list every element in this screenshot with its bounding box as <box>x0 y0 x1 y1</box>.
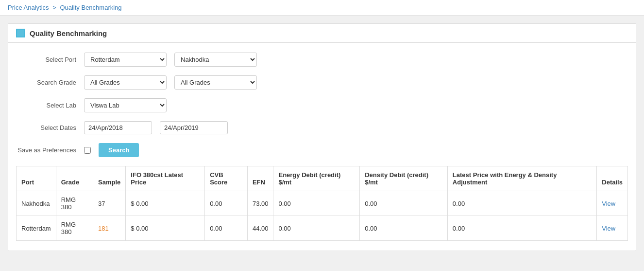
grade-label: Search Grade <box>16 79 84 86</box>
cell-adjusted-price: 0.00 <box>447 191 596 216</box>
col-density-debit: Density Debit (credit) $/mt <box>360 166 448 191</box>
table-row: Nakhodka RMG 380 37 $ 0.00 0.00 73.00 0.… <box>17 191 628 216</box>
dates-row: Select Dates <box>16 121 628 134</box>
cell-efn: 44.00 <box>247 216 273 241</box>
cell-adjusted-price: 0.00 <box>447 216 596 241</box>
lab-select[interactable]: Viswa Lab SGS Bureau Veritas <box>84 98 167 112</box>
breadcrumb-current: Quality Benchmarking <box>60 4 121 11</box>
col-grade: Grade <box>56 166 93 191</box>
cell-latest-price: $ 0.00 <box>126 191 205 216</box>
search-button[interactable]: Search <box>99 143 139 157</box>
col-details: Details <box>597 166 628 191</box>
card-header: Quality Benchmarking <box>8 24 636 43</box>
table-header-row: Port Grade Sample IFO 380cst Latest Pric… <box>17 166 628 191</box>
card-title: Quality Benchmarking <box>30 29 107 37</box>
col-adjusted-price: Latest Price with Energy & Density Adjus… <box>447 166 596 191</box>
preferences-label: Save as Preferences <box>16 146 84 154</box>
cell-latest-price: $ 0.00 <box>126 216 205 241</box>
col-latest-price: IFO 380cst Latest Price <box>126 166 205 191</box>
preferences-checkbox[interactable] <box>84 147 91 154</box>
cell-port: Rotterdam <box>17 216 56 241</box>
cell-cvb-score: 0.00 <box>205 191 248 216</box>
col-energy-debit: Energy Debit (credit) $/mt <box>273 166 360 191</box>
date-end-input[interactable] <box>160 121 228 134</box>
cell-grade: RMG 380 <box>56 191 93 216</box>
dates-controls <box>84 121 228 134</box>
date-start-input[interactable] <box>84 121 152 134</box>
cell-energy-debit: 0.00 <box>273 216 360 241</box>
cell-efn: 73.00 <box>247 191 273 216</box>
cell-sample: 37 <box>93 191 126 216</box>
grade-row: Search Grade All Grades RMG 380 RMG 500 … <box>16 75 628 90</box>
col-efn: EFN <box>247 166 273 191</box>
view-link[interactable]: View <box>602 200 615 207</box>
view-link[interactable]: View <box>602 225 615 232</box>
cell-energy-debit: 0.00 <box>273 191 360 216</box>
lab-row: Select Lab Viswa Lab SGS Bureau Veritas <box>16 98 628 112</box>
breadcrumb-parent[interactable]: Price Analytics <box>8 4 49 11</box>
grade1-select[interactable]: All Grades RMG 380 RMG 500 RMK 380 <box>84 75 167 90</box>
card-body: Select Port Rotterdam Nakhodka Singapore… <box>8 43 636 251</box>
results-table: Port Grade Sample IFO 380cst Latest Pric… <box>16 166 628 241</box>
port2-select[interactable]: Nakhodka Rotterdam Singapore Fujairah <box>174 53 257 67</box>
port-row: Select Port Rotterdam Nakhodka Singapore… <box>16 53 628 67</box>
cell-grade: RMG 380 <box>56 216 93 241</box>
lab-controls: Viswa Lab SGS Bureau Veritas <box>84 98 167 112</box>
results-table-container: Port Grade Sample IFO 380cst Latest Pric… <box>16 166 628 241</box>
port-controls: Rotterdam Nakhodka Singapore Fujairah Na… <box>84 53 257 67</box>
col-port: Port <box>17 166 56 191</box>
dates-label: Select Dates <box>16 124 84 131</box>
cell-density-debit: 0.00 <box>360 216 448 241</box>
grade-controls: All Grades RMG 380 RMG 500 RMK 380 All G… <box>84 75 257 90</box>
preferences-row: Save as Preferences Search <box>16 143 628 157</box>
breadcrumb-separator: > <box>52 4 56 11</box>
lab-label: Select Lab <box>16 102 84 109</box>
cell-density-debit: 0.00 <box>360 191 448 216</box>
card-header-icon <box>16 29 25 37</box>
cell-details[interactable]: View <box>597 216 628 241</box>
cell-cvb-score: 0.00 <box>205 216 248 241</box>
main-content: Quality Benchmarking Select Port Rotterd… <box>0 16 644 259</box>
cell-port: Nakhodka <box>17 191 56 216</box>
port1-select[interactable]: Rotterdam Nakhodka Singapore Fujairah <box>84 53 167 67</box>
grade2-select[interactable]: All Grades RMG 380 RMG 500 RMK 380 <box>174 75 257 90</box>
cell-sample: 181 <box>93 216 126 241</box>
col-sample: Sample <box>93 166 126 191</box>
port-label: Select Port <box>16 56 84 63</box>
col-cvb-score: CVB Score <box>205 166 248 191</box>
breadcrumb: Price Analytics > Quality Benchmarking <box>0 0 644 16</box>
table-row: Rotterdam RMG 380 181 $ 0.00 0.00 44.00 … <box>17 216 628 241</box>
quality-benchmarking-card: Quality Benchmarking Select Port Rotterd… <box>8 23 636 251</box>
cell-details[interactable]: View <box>597 191 628 216</box>
preferences-controls: Search <box>84 143 139 157</box>
